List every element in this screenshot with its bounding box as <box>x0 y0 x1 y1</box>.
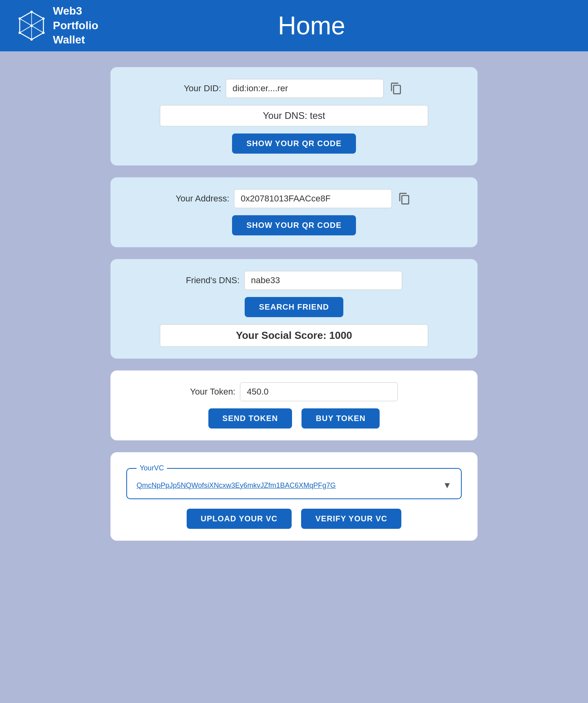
social-score-display: Your Social Score: 1000 <box>160 324 428 347</box>
address-input-row: Your Address: <box>126 189 462 208</box>
token-label: Your Token: <box>190 387 236 397</box>
did-copy-button[interactable] <box>388 81 404 96</box>
friend-input-row: Friend's DNS: <box>126 271 462 290</box>
svg-point-8 <box>19 32 21 34</box>
address-qr-button[interactable]: SHOW YOUR QR CODE <box>232 215 356 235</box>
address-card: Your Address: SHOW YOUR QR CODE <box>110 177 478 247</box>
search-friend-button[interactable]: SEARCH FRIEND <box>245 297 343 317</box>
copy-icon <box>398 192 411 205</box>
vc-legend: YourVC <box>137 464 167 472</box>
friend-dns-input[interactable] <box>244 271 402 290</box>
logo-text: Web3 Portfolio Wallet <box>53 4 98 47</box>
did-label: Your DID: <box>184 83 221 94</box>
app-header: Web3 Portfolio Wallet Home <box>0 0 588 51</box>
copy-icon <box>390 82 403 95</box>
address-label: Your Address: <box>176 194 229 204</box>
token-input[interactable] <box>240 382 398 401</box>
address-input[interactable] <box>234 189 392 208</box>
friend-label: Friend's DNS: <box>186 275 240 286</box>
buy-token-button[interactable]: BUY TOKEN <box>301 408 380 429</box>
logo-area: Web3 Portfolio Wallet <box>16 4 98 47</box>
chevron-down-icon[interactable]: ▼ <box>443 480 451 491</box>
svg-point-6 <box>42 32 45 34</box>
svg-point-5 <box>42 17 45 20</box>
token-card: Your Token: SEND TOKEN BUY TOKEN <box>110 370 478 440</box>
vc-card: YourVC QmcNpPpJp5NQWofsiXNcxw3Ey6mkvJZfm… <box>110 452 478 541</box>
upload-vc-button[interactable]: UPLOAD YOUR VC <box>187 509 292 529</box>
svg-point-9 <box>19 17 21 20</box>
dns-display: Your DNS: test <box>160 105 428 126</box>
vc-select-row: QmcNpPpJp5NQWofsiXNcxw3Ey6mkvJZfm1BAC6XM… <box>137 480 451 491</box>
verify-vc-button[interactable]: VERIFY YOUR VC <box>301 509 401 529</box>
token-input-row: Your Token: <box>126 382 462 401</box>
friend-card: Friend's DNS: SEARCH FRIEND Your Social … <box>110 259 478 359</box>
svg-point-7 <box>30 38 33 41</box>
did-qr-button[interactable]: SHOW YOUR QR CODE <box>232 133 356 154</box>
did-input-row: Your DID: <box>126 79 462 98</box>
page-title: Home <box>278 11 393 40</box>
did-card: Your DID: Your DNS: test SHOW YOUR QR CO… <box>110 67 478 165</box>
logo-icon <box>16 10 47 41</box>
main-content: Your DID: Your DNS: test SHOW YOUR QR CO… <box>0 51 588 556</box>
token-button-row: SEND TOKEN BUY TOKEN <box>208 408 380 429</box>
address-copy-button[interactable] <box>397 191 412 207</box>
send-token-button[interactable]: SEND TOKEN <box>208 408 292 429</box>
vc-fieldset: YourVC QmcNpPpJp5NQWofsiXNcxw3Ey6mkvJZfm… <box>126 464 462 499</box>
vc-button-row: UPLOAD YOUR VC VERIFY YOUR VC <box>187 509 402 529</box>
svg-point-4 <box>30 11 33 13</box>
did-input[interactable] <box>226 79 384 98</box>
vc-hash-text[interactable]: QmcNpPpJp5NQWofsiXNcxw3Ey6mkvJZfm1BAC6XM… <box>137 481 440 490</box>
svg-point-10 <box>30 24 33 27</box>
